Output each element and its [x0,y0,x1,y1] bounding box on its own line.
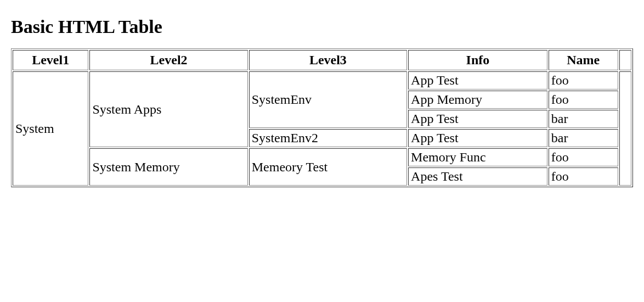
header-level3: Level3 [249,50,407,70]
cell-info: App Memory [408,91,547,109]
cell-info: App Test [408,129,547,147]
cell-info: Memory Func [408,148,547,166]
cell-name: bar [549,110,618,128]
cell-name: foo [549,148,618,166]
data-table: Level1 Level2 Level3 Info Name System Sy… [11,48,633,187]
table-header-row: Level1 Level2 Level3 Info Name [13,50,631,70]
cell-name: foo [549,71,618,90]
page-title: Basic HTML Table [11,16,633,37]
cell-info: Apes Test [408,167,547,186]
header-level2: Level2 [89,50,247,70]
cell-level3: SystemEnv2 [249,129,407,147]
cell-level1: System [13,71,88,186]
header-level1: Level1 [13,50,88,70]
cell-level2: System Memory [89,148,247,186]
cell-extra [619,71,631,186]
cell-name: foo [549,167,618,186]
header-extra [619,50,631,70]
cell-info: App Test [408,110,547,128]
cell-level2: System Apps [89,71,247,147]
cell-info: App Test [408,71,547,90]
cell-name: foo [549,91,618,109]
header-name: Name [549,50,618,70]
cell-level3: SystemEnv [249,71,407,128]
cell-level3: Memeory Test [249,148,407,186]
header-info: Info [408,50,547,70]
table-row: System System Apps SystemEnv App Test fo… [13,71,631,90]
table-row: System Memory Memeory Test Memory Func f… [13,148,631,166]
cell-name: bar [549,129,618,147]
